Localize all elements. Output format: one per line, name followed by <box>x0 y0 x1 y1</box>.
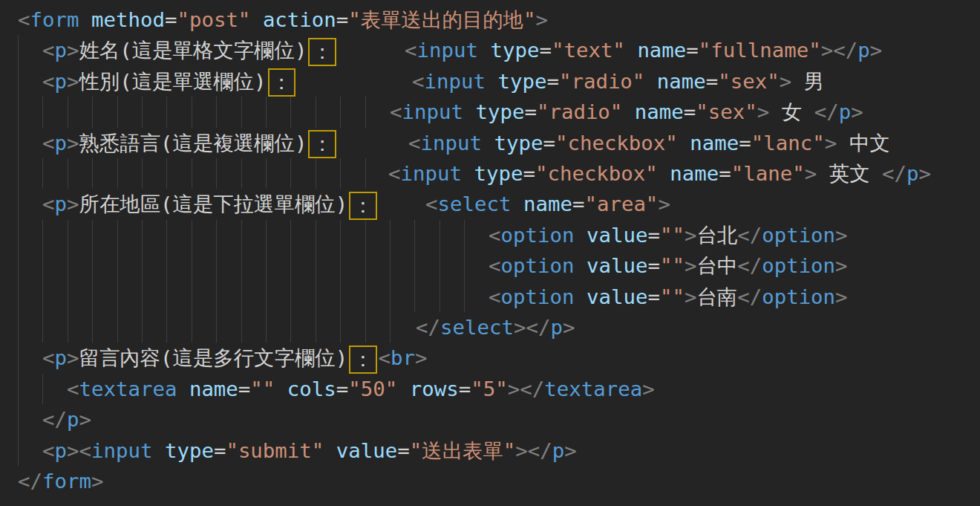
indent-guide <box>18 158 19 189</box>
code-token: br <box>391 346 415 369</box>
indent-guide <box>365 97 366 127</box>
code-segment: <input type="text" name="fullname"></p> <box>405 35 882 65</box>
code-line[interactable]: <textarea name="" cols="50" rows="5"></t… <box>0 374 980 404</box>
code-line[interactable]: <form method="post" action="表單送出的目的地"> <box>0 4 980 35</box>
code-line[interactable]: <option value="">台北</option> <box>0 220 980 250</box>
code-line[interactable]: <p>性別(這是單選欄位)：<input type="radio" name="… <box>0 66 980 97</box>
code-token: ></ <box>821 39 858 62</box>
code-token: action <box>263 8 336 31</box>
code-token: < <box>408 132 421 155</box>
code-token: p <box>54 70 67 93</box>
indent-guide <box>216 312 217 343</box>
code-token: </ <box>416 316 440 339</box>
code-token: > <box>835 285 848 308</box>
code-line[interactable]: <input type="checkbox" name="lane"> 英文 <… <box>0 158 980 189</box>
code-token: input <box>91 439 152 462</box>
indent-guide <box>340 312 341 343</box>
code-segment: <option value="">台中</option> <box>489 250 848 281</box>
code-token: "radio" <box>537 100 622 123</box>
indent-guide <box>192 97 192 127</box>
code-token: option <box>501 224 575 247</box>
code-token: p <box>54 132 67 155</box>
code-token <box>275 377 287 400</box>
code-segment: </p> <box>18 404 91 435</box>
code-token: option <box>501 285 575 308</box>
indent-guide <box>18 250 19 281</box>
indent-guide <box>216 282 217 312</box>
indent-guide <box>166 282 167 312</box>
indent-guide <box>68 250 68 281</box>
code-token: "checkbox" <box>555 132 678 155</box>
indent-guide <box>142 250 143 281</box>
code-token <box>397 377 410 400</box>
code-token: = <box>719 162 731 185</box>
indent-guide <box>92 312 93 343</box>
code-token: > <box>919 162 932 185</box>
indent-guide <box>216 220 217 250</box>
indent-guide <box>266 220 267 250</box>
code-token: value <box>336 439 397 462</box>
code-token: "sex" <box>718 70 779 93</box>
code-line[interactable]: <input type="radio" name="sex"> 女 </p> <box>0 97 980 127</box>
indent-guide <box>117 250 118 281</box>
code-token: type <box>165 439 214 462</box>
code-token: method <box>91 8 165 31</box>
code-token: rows <box>410 377 459 400</box>
code-editor[interactable]: <form method="post" action="表單送出的目的地"> <… <box>0 0 980 506</box>
code-token: = <box>739 132 751 155</box>
code-token: "text" <box>552 39 625 62</box>
code-line[interactable]: <p>所在地區(這是下拉選單欄位)：<select name="area"> <box>0 189 980 219</box>
code-line[interactable]: </select></p> <box>0 312 980 343</box>
code-token: = <box>523 162 535 185</box>
code-token: > <box>835 254 848 277</box>
indent-guide <box>316 220 316 250</box>
indent-guide <box>440 250 440 281</box>
code-line[interactable]: <p><input type="submit" value="送出表單"></p… <box>0 435 980 466</box>
code-token: = <box>706 70 719 93</box>
code-token: = <box>647 224 660 247</box>
unicode-highlight-box: ： <box>268 68 295 97</box>
indent-guide <box>117 312 118 343</box>
code-token: "checkbox" <box>535 162 658 185</box>
code-token: input <box>417 39 478 62</box>
indent-guide <box>390 220 391 250</box>
code-line[interactable]: <p>熟悉語言(這是複選欄位)：<input type="checkbox" n… <box>0 128 980 158</box>
code-token: 姓名(這是單格文字欄位) <box>79 39 307 62</box>
indent-guide <box>142 158 143 189</box>
code-token: < <box>489 254 501 277</box>
indent-guide <box>290 312 291 343</box>
code-token: "50" <box>348 377 397 400</box>
indent-guide <box>42 158 43 189</box>
indent-guide <box>117 97 118 127</box>
indent-guide <box>18 97 19 127</box>
code-token: = <box>238 377 251 400</box>
code-token: type <box>490 39 539 62</box>
code-token: < <box>489 224 501 247</box>
code-token: name <box>523 192 572 215</box>
code-token: </ <box>737 285 762 308</box>
code-token: = <box>647 254 660 277</box>
code-token: > <box>535 8 548 31</box>
code-segment: <select name="area"> <box>425 189 670 219</box>
indent-guide <box>365 282 366 312</box>
indent-guide <box>166 97 167 127</box>
code-line[interactable]: <p>姓名(這是單格文字欄位)：<input type="text" name=… <box>0 35 980 65</box>
code-token: type <box>494 132 543 155</box>
code-segment: <textarea name="" cols="50" rows="5"></t… <box>18 374 655 404</box>
code-token: input <box>425 70 486 93</box>
code-token: p <box>67 408 79 431</box>
code-token: > <box>658 192 670 215</box>
indent-guide <box>365 250 366 281</box>
unicode-highlight-box: ： <box>308 130 336 158</box>
code-token <box>574 285 587 308</box>
code-token: < <box>18 192 54 215</box>
indent-guide <box>340 97 341 127</box>
code-token: > <box>805 162 817 185</box>
code-line[interactable]: </form> <box>0 466 980 496</box>
indent-guide <box>241 282 242 312</box>
code-line[interactable]: <option value="">台中</option> <box>0 250 980 281</box>
code-line[interactable]: <p>留言內容(這是多行文字欄位)：<br> <box>0 343 980 373</box>
code-line[interactable]: <option value="">台南</option> <box>0 282 980 312</box>
code-token <box>250 8 263 31</box>
code-line[interactable]: </p> <box>0 404 980 435</box>
